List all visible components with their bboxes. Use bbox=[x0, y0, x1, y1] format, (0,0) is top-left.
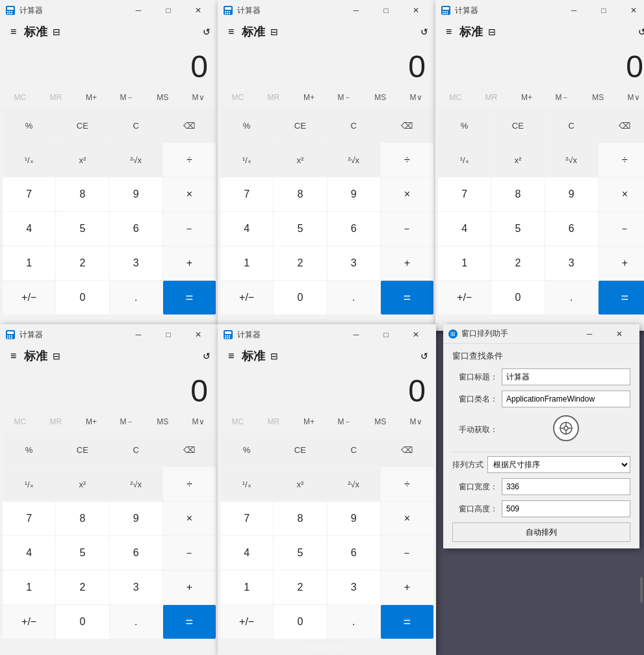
btn-_[interactable]: ⌫ bbox=[381, 433, 433, 467]
btn-9[interactable]: 9 bbox=[110, 502, 162, 535]
btn-CE[interactable]: CE bbox=[56, 433, 109, 467]
btn-CE[interactable]: CE bbox=[491, 109, 544, 142]
btn-__x[interactable]: ²√x bbox=[110, 143, 162, 177]
memory-btn-m∨[interactable]: M∨ bbox=[616, 87, 644, 108]
btn-5[interactable]: 5 bbox=[491, 212, 544, 246]
btn-1[interactable]: 1 bbox=[220, 571, 273, 604]
btn-___[interactable]: ¹/ₓ bbox=[220, 143, 273, 177]
btn-2[interactable]: 2 bbox=[56, 246, 109, 280]
btn-_[interactable]: － bbox=[381, 536, 433, 570]
memory-btn-ms[interactable]: MS bbox=[145, 411, 180, 432]
btn-7[interactable]: 7 bbox=[438, 177, 491, 211]
btn-_[interactable]: ÷ bbox=[163, 467, 216, 501]
memory-btn-mr[interactable]: MR bbox=[256, 411, 291, 432]
minimize-btn[interactable]: ─ bbox=[341, 324, 371, 345]
history-icon[interactable]: ↺ bbox=[638, 27, 644, 37]
btn-_[interactable]: ÷ bbox=[381, 467, 433, 501]
btn-_[interactable]: － bbox=[381, 212, 433, 246]
memory-btn-m+[interactable]: M+ bbox=[74, 411, 109, 432]
btn-_[interactable]: + bbox=[381, 571, 433, 604]
btn-__x[interactable]: ²√x bbox=[328, 467, 380, 501]
memory-btn-m－[interactable]: M－ bbox=[327, 87, 362, 108]
btn-2[interactable]: 2 bbox=[274, 571, 326, 604]
btn-___[interactable]: +/− bbox=[438, 281, 491, 315]
btn-0[interactable]: 0 bbox=[274, 281, 326, 315]
memory-btn-ms[interactable]: MS bbox=[580, 87, 615, 108]
memory-btn-mc[interactable]: MC bbox=[438, 87, 473, 108]
memory-btn-mc[interactable]: MC bbox=[3, 87, 38, 108]
btn-_[interactable]: % bbox=[3, 433, 55, 467]
minimize-btn[interactable]: ─ bbox=[341, 0, 371, 21]
btn-_[interactable]: ÷ bbox=[599, 143, 644, 177]
close-btn[interactable]: ✕ bbox=[183, 324, 213, 345]
memory-btn-m∨[interactable]: M∨ bbox=[181, 87, 216, 108]
memory-btn-m∨[interactable]: M∨ bbox=[181, 411, 216, 432]
btn-__x[interactable]: ²√x bbox=[545, 143, 598, 177]
btn-1[interactable]: 1 bbox=[3, 571, 55, 604]
btn-1[interactable]: 1 bbox=[438, 246, 491, 280]
btn-6[interactable]: 6 bbox=[110, 212, 162, 246]
memory-btn-m+[interactable]: M+ bbox=[509, 87, 545, 108]
bookmark-icon[interactable]: ⊟ bbox=[270, 27, 278, 37]
btn-_[interactable]: = bbox=[163, 605, 216, 639]
btn-x_[interactable]: x² bbox=[56, 143, 109, 177]
btn-___[interactable]: +/− bbox=[220, 605, 273, 639]
memory-btn-mr[interactable]: MR bbox=[474, 87, 509, 108]
btn-CE[interactable]: CE bbox=[56, 109, 109, 142]
btn-5[interactable]: 5 bbox=[56, 212, 109, 246]
btn-5[interactable]: 5 bbox=[274, 212, 326, 246]
btn-_[interactable]: = bbox=[381, 605, 433, 639]
btn-_[interactable]: . bbox=[328, 605, 380, 639]
btn-__x[interactable]: ²√x bbox=[328, 143, 380, 177]
btn-_[interactable]: × bbox=[163, 177, 216, 211]
btn-6[interactable]: 6 bbox=[545, 212, 598, 246]
btn-x_[interactable]: x² bbox=[274, 467, 326, 501]
btn-___[interactable]: ¹/ₓ bbox=[220, 467, 273, 501]
auto-arrange-button[interactable]: 自动排列 bbox=[452, 522, 630, 542]
btn-C[interactable]: C bbox=[328, 109, 380, 142]
btn-___[interactable]: +/− bbox=[3, 605, 55, 639]
close-btn[interactable]: ✕ bbox=[619, 0, 644, 21]
btn-_[interactable]: . bbox=[328, 281, 380, 315]
btn-_[interactable]: + bbox=[381, 246, 433, 280]
memory-btn-m∨[interactable]: M∨ bbox=[398, 87, 433, 108]
btn-0[interactable]: 0 bbox=[491, 281, 544, 315]
close-btn[interactable]: ✕ bbox=[401, 0, 431, 21]
maximize-btn[interactable]: □ bbox=[371, 324, 401, 345]
btn-___[interactable]: ¹/ₓ bbox=[3, 467, 55, 501]
btn-8[interactable]: 8 bbox=[274, 502, 326, 535]
history-icon[interactable]: ↺ bbox=[203, 351, 211, 361]
btn-0[interactable]: 0 bbox=[274, 605, 326, 639]
btn-_[interactable]: × bbox=[163, 502, 216, 535]
memory-btn-ms[interactable]: MS bbox=[363, 87, 398, 108]
btn-8[interactable]: 8 bbox=[491, 177, 544, 211]
btn-x_[interactable]: x² bbox=[491, 143, 544, 177]
memory-btn-ms[interactable]: MS bbox=[363, 411, 398, 432]
bookmark-icon[interactable]: ⊟ bbox=[488, 27, 496, 37]
memory-btn-mc[interactable]: MC bbox=[220, 87, 255, 108]
btn-1[interactable]: 1 bbox=[220, 246, 273, 280]
btn-_[interactable]: － bbox=[163, 536, 216, 570]
btn-2[interactable]: 2 bbox=[274, 246, 326, 280]
btn-7[interactable]: 7 bbox=[220, 502, 273, 535]
btn-7[interactable]: 7 bbox=[3, 502, 55, 535]
btn-4[interactable]: 4 bbox=[3, 536, 55, 570]
minimize-btn[interactable]: ─ bbox=[559, 0, 589, 21]
memory-btn-mr[interactable]: MR bbox=[38, 87, 73, 108]
btn-_[interactable]: = bbox=[163, 281, 216, 315]
menu-icon[interactable]: ≡ bbox=[8, 23, 19, 40]
helper-close-btn[interactable]: ✕ bbox=[604, 324, 634, 344]
btn-2[interactable]: 2 bbox=[56, 571, 109, 604]
memory-btn-m+[interactable]: M+ bbox=[292, 411, 327, 432]
btn-__x[interactable]: ²√x bbox=[110, 467, 162, 501]
btn-_[interactable]: － bbox=[599, 212, 644, 246]
bookmark-icon[interactable]: ⊟ bbox=[53, 27, 60, 37]
calculator-window-4[interactable]: 计算器 ─ □ ✕ ≡ 标准 ⊟ ↺ 0 MCMRM+M－MSM∨ %CEC⌫¹… bbox=[0, 324, 218, 655]
history-icon[interactable]: ↺ bbox=[203, 27, 211, 37]
btn-_[interactable]: ⌫ bbox=[381, 109, 433, 142]
btn-_[interactable]: + bbox=[163, 571, 216, 604]
menu-icon[interactable]: ≡ bbox=[443, 23, 454, 40]
btn-7[interactable]: 7 bbox=[3, 177, 55, 211]
btn-_[interactable]: × bbox=[381, 502, 433, 535]
btn-4[interactable]: 4 bbox=[220, 536, 273, 570]
